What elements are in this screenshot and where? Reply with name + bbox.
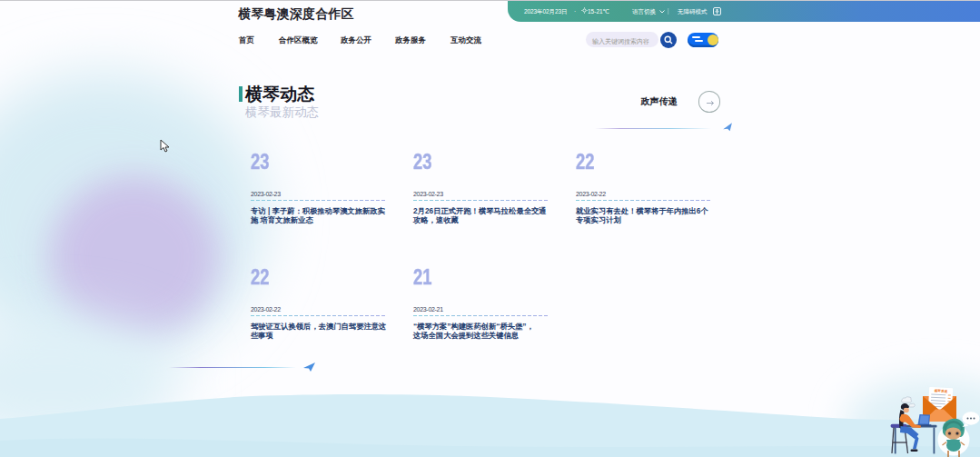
svg-text:横琴速递: 横琴速递	[934, 388, 948, 393]
